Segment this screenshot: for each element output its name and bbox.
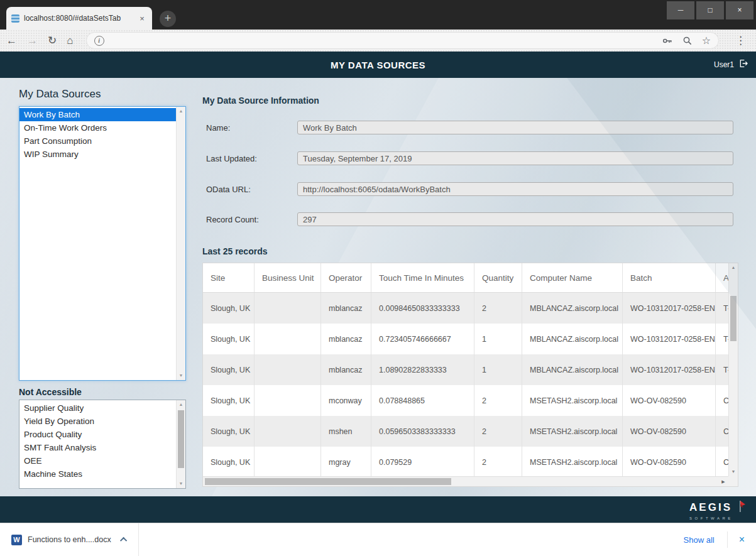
scroll-up-icon[interactable]: ▲ [177,107,185,116]
scroll-down-icon[interactable]: ▼ [177,479,185,488]
table-cell: Slough, UK [203,385,255,416]
table-cell: Slough, UK [203,354,255,385]
table-grid: SiteBusiness UnitOperatorTouch Time In M… [203,263,728,476]
header-cell: Computer Name [522,263,623,292]
browser-menu-icon[interactable]: ⋮ [731,34,750,47]
download-bar-close-icon[interactable]: × [728,534,756,545]
header-cell: Site [203,263,255,292]
not-accessible-listbox: Supplier QualityYield By OperationProduc… [19,400,186,489]
new-tab-button[interactable]: + [160,11,176,27]
table-row[interactable]: Slough, UKmconway0.0788488652MSETASH2.ai… [203,385,728,416]
list-item[interactable]: SMT Fault Analysis [19,441,176,454]
back-icon[interactable]: ← [6,35,17,46]
scrollbar-thumb[interactable] [205,478,451,485]
records-table: SiteBusiness UnitOperatorTouch Time In M… [202,263,738,487]
address-bar[interactable]: i ☆ [86,32,719,49]
download-item[interactable]: W Functions to enh....docx [0,523,139,556]
list-item[interactable]: Product Quality [19,428,176,441]
table-row[interactable]: Slough, UKmshen0.05965033833333332MSETAS… [203,416,728,447]
key-icon[interactable] [662,35,673,46]
table-cell [255,324,321,354]
maximize-button[interactable]: □ [696,1,724,19]
table-row[interactable]: Slough, UKmblancaz0.7234057466666671MBLA… [203,324,728,354]
table-cell: T- [716,324,728,354]
table-vertical-scrollbar[interactable]: ▲ ▼ [728,263,738,476]
table-row[interactable]: Slough, UKmblancaz0.009846508333333332MB… [203,293,728,324]
aegis-flag-icon [735,499,746,516]
header-cell: Business Unit [255,263,321,292]
list-item[interactable]: Yield By Operation [19,415,176,428]
browser-tab[interactable]: localhost:8080/#dataSetsTab × [6,7,152,30]
page-info-icon[interactable]: i [94,36,104,46]
table-cell: WO-OV-082590 [623,385,716,416]
scroll-right-icon[interactable]: ▶ [720,477,727,486]
forward-icon[interactable]: → [27,35,38,46]
field-row-last-updated: Last Updated: [206,151,733,165]
not-accessible-title: Not Accessible [19,387,82,397]
table-row[interactable]: Slough, UKmblancaz1.089028228333331MBLAN… [203,354,728,385]
reload-icon[interactable]: ↻ [48,35,57,46]
field-row-name: Name: [206,121,733,134]
list-item[interactable]: On-Time Work Orders [19,121,176,134]
table-cell: 0.00984650833333333 [371,293,474,324]
table-cell: C [716,385,728,416]
app-content: My Data Sources Work By BatchOn-Time Wor… [0,78,756,496]
aegis-logo: AEGIS SOFTWARE [689,499,746,520]
table-cell: mconway [321,385,371,416]
window-controls: ─ □ × [667,1,753,19]
header-cell: Quantity [474,263,522,292]
scroll-down-icon[interactable]: ▼ [729,467,738,476]
list-item[interactable]: Supplier Quality [19,401,176,415]
odata-url-label: OData URL: [206,185,297,194]
table-cell: mgray [321,447,371,476]
list-item[interactable]: Machine States [19,467,176,481]
odata-url-field[interactable] [297,182,733,196]
scroll-up-icon[interactable]: ▲ [177,400,185,409]
table-cell: 1.08902822833333 [371,354,474,385]
aegis-brand-text: AEGIS [689,501,732,514]
scrollbar-thumb[interactable] [730,296,737,341]
list-item[interactable]: Part Consumption [19,134,176,148]
scrollbar-thumb[interactable] [178,410,184,468]
name-label: Name: [206,123,297,133]
data-sources-list: Work By BatchOn-Time Work OrdersPart Con… [19,107,176,380]
zoom-icon[interactable] [682,35,693,46]
data-sources-scrollbar[interactable]: ▲ ▼ [176,107,185,380]
app-header: MY DATA SOURCES User1 [0,52,756,78]
not-accessible-scrollbar[interactable]: ▲ ▼ [176,400,185,488]
logout-icon[interactable] [738,58,748,71]
bookmark-star-icon[interactable]: ☆ [702,35,711,46]
scroll-down-icon[interactable]: ▼ [177,371,185,380]
table-cell: 0.0596503383333333 [371,416,474,447]
minimize-button[interactable]: ─ [667,1,694,19]
table-cell: 0.723405746666667 [371,324,474,354]
tab-close-icon[interactable]: × [137,14,147,23]
records-section-title: Last 25 records [202,246,268,256]
table-cell: Slough, UK [203,293,255,324]
download-filename: Functions to enh....docx [28,535,111,544]
table-cell: MBLANCAZ.aiscorp.local [522,324,623,354]
chevron-up-icon[interactable] [120,537,127,544]
list-item[interactable]: WIP Summary [19,148,176,161]
table-cell [255,447,321,476]
name-field[interactable] [297,121,733,134]
user-name: User1 [714,60,734,69]
table-header-row: SiteBusiness UnitOperatorTouch Time In M… [203,263,728,293]
close-button[interactable]: × [726,1,753,19]
record-count-field[interactable] [297,212,733,226]
table-horizontal-scrollbar[interactable]: ▶ [203,476,728,486]
home-icon[interactable]: ⌂ [67,35,73,46]
record-count-label: Record Count: [206,215,297,224]
sidebar-title: My Data Sources [19,88,101,101]
list-item[interactable]: Work By Batch [19,108,176,121]
last-updated-field[interactable] [297,151,733,165]
show-all-button[interactable]: Show all [671,535,727,545]
scroll-up-icon[interactable]: ▲ [729,263,738,272]
table-row[interactable]: Slough, UKmgray0.0795292MSETASH2.aiscorp… [203,447,728,476]
browser-titlebar: localhost:8080/#dataSetsTab × + ─ □ × [0,0,756,30]
list-item[interactable]: OEE [19,454,176,467]
word-file-icon: W [11,535,22,545]
download-bar: W Functions to enh....docx Show all × [0,523,756,556]
table-cell: WO-10312017-0258-EN [623,293,716,324]
tab-title: localhost:8080/#dataSetsTab [24,14,133,23]
